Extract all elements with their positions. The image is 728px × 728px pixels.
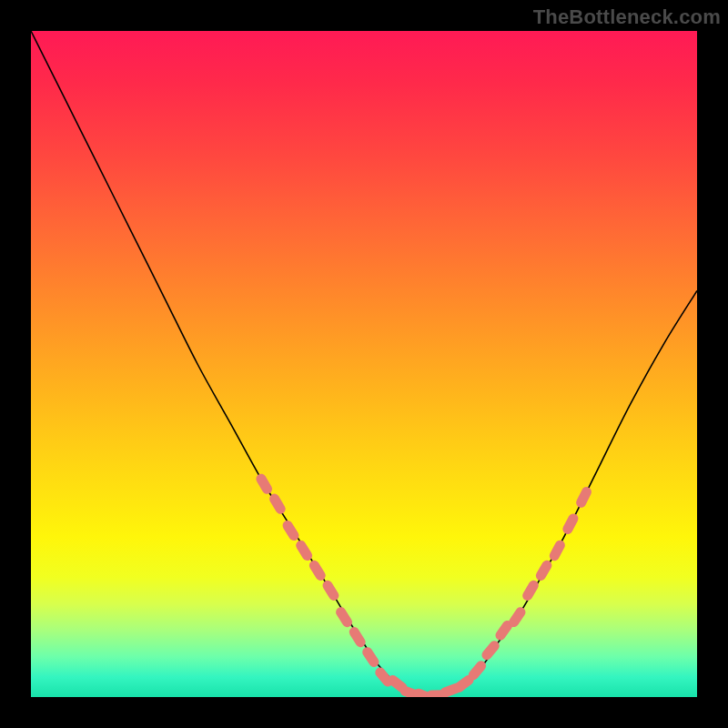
data-marker bbox=[308, 559, 328, 582]
data-marker bbox=[574, 485, 593, 509]
chart-frame: TheBottleneck.com bbox=[0, 0, 728, 728]
curve-svg bbox=[31, 31, 697, 697]
data-markers bbox=[254, 472, 592, 697]
data-marker bbox=[561, 512, 580, 536]
bottleneck-curve bbox=[31, 31, 697, 696]
data-marker bbox=[548, 539, 567, 562]
watermark-text: TheBottleneck.com bbox=[533, 5, 721, 29]
plot-area bbox=[31, 31, 697, 697]
data-marker bbox=[320, 579, 340, 602]
data-marker bbox=[254, 472, 274, 496]
